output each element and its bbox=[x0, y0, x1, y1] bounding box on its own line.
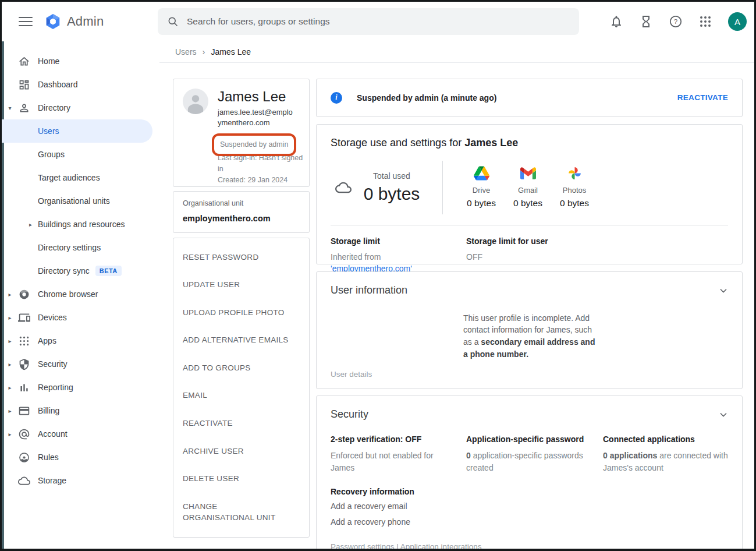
sidebar-item-home[interactable]: Home bbox=[2, 50, 152, 73]
info-icon: i bbox=[331, 92, 342, 104]
sidebar-item-billing[interactable]: ▸ Billing bbox=[2, 399, 152, 422]
sidebar-item-devices[interactable]: ▸ Devices bbox=[2, 306, 152, 329]
recovery-info-heading: Recovery information bbox=[331, 487, 466, 496]
sidebar-item-dashboard[interactable]: Dashboard bbox=[2, 73, 152, 96]
reactivate-button[interactable]: REACTIVATE bbox=[173, 409, 309, 437]
total-used-label: Total used bbox=[352, 171, 432, 181]
gmail-usage: Gmail 0 bytes bbox=[505, 166, 551, 209]
at-sign-icon bbox=[18, 428, 38, 440]
account-avatar[interactable]: A bbox=[728, 12, 747, 31]
storage-card-title: Storage use and settings for James Lee bbox=[331, 137, 728, 149]
security-footer-links: Password settings | Application integrat… bbox=[331, 542, 728, 550]
pending-tasks-hourglass-icon[interactable] bbox=[639, 15, 653, 29]
expand-caret-icon[interactable]: ▸ bbox=[18, 221, 38, 228]
sidebar-item-users[interactable]: Users bbox=[2, 119, 152, 143]
app-specific-password-heading: Application-specific password bbox=[466, 435, 603, 444]
reset-password-button[interactable]: RESET PASSWORD bbox=[173, 243, 309, 271]
user-email: james.lee.test@employmenthero.com bbox=[218, 107, 293, 128]
user-information-card: User information This user profile is in… bbox=[316, 271, 743, 389]
apps-grid-icon[interactable] bbox=[698, 15, 712, 29]
delete-user-button[interactable]: DELETE USER bbox=[173, 465, 309, 493]
sidebar-item-rules[interactable]: Rules bbox=[2, 446, 152, 469]
photos-icon bbox=[567, 166, 583, 181]
change-org-unit-button[interactable]: CHANGE ORGANISATIONAL UNIT bbox=[173, 493, 290, 532]
credit-card-icon bbox=[18, 405, 38, 417]
sidebar-item-directory-sync[interactable]: Directory sync BETA bbox=[2, 259, 152, 282]
brand: Admin bbox=[44, 13, 104, 30]
total-used-value: 0 bytes bbox=[352, 184, 432, 204]
top-bar: Admin ? A bbox=[2, 2, 754, 41]
drive-icon bbox=[474, 166, 489, 181]
expand-caret-icon[interactable]: ▸ bbox=[2, 384, 18, 391]
expand-caret-icon[interactable]: ▸ bbox=[2, 431, 18, 437]
user-avatar bbox=[183, 89, 208, 114]
person-icon bbox=[18, 102, 38, 114]
user-status: Suspended by admin bbox=[220, 140, 288, 149]
sidebar-item-apps[interactable]: ▸ Apps bbox=[2, 329, 152, 352]
sidebar-item-chrome-browser[interactable]: ▸ Chrome browser bbox=[2, 282, 152, 306]
search-icon bbox=[167, 16, 179, 27]
email-button[interactable]: EMAIL bbox=[173, 382, 309, 409]
sidebar-item-directory-settings[interactable]: Directory settings bbox=[2, 236, 152, 259]
admin-console-window: Admin ? A bbox=[0, 0, 756, 551]
storage-limit-heading: Storage limit bbox=[331, 236, 466, 246]
help-icon[interactable]: ? bbox=[669, 15, 683, 29]
expand-caret-icon[interactable]: ▾ bbox=[2, 105, 18, 111]
org-unit-value: employmenthero.com bbox=[183, 214, 300, 223]
twostep-heading: 2-step verification: OFF bbox=[331, 435, 466, 444]
expand-caret-icon[interactable]: ▸ bbox=[2, 361, 18, 368]
profile-incomplete-message: This user profile is incomplete. Add con… bbox=[463, 312, 602, 361]
sidebar-item-security[interactable]: ▸ Security bbox=[2, 352, 152, 376]
reactivate-link[interactable]: REACTIVATE bbox=[677, 93, 728, 102]
security-title: Security bbox=[331, 408, 728, 421]
google-admin-logo-icon bbox=[44, 13, 62, 30]
upload-profile-photo-button[interactable]: UPLOAD PROFILE PHOTO bbox=[173, 299, 309, 327]
devices-icon bbox=[18, 312, 38, 324]
user-created-date: Created: 29 Jan 2024 bbox=[218, 175, 305, 186]
chrome-icon bbox=[18, 288, 38, 301]
update-user-button[interactable]: UPDATE USER bbox=[173, 271, 309, 299]
sidebar-item-account[interactable]: ▸ Rules Account bbox=[2, 422, 152, 446]
cloud-icon bbox=[335, 179, 352, 196]
add-alternative-emails-button[interactable]: ADD ALTERNATIVE EMAILS bbox=[173, 326, 309, 354]
notifications-bell-icon[interactable] bbox=[609, 15, 623, 29]
storage-card: Storage use and settings for James Lee T… bbox=[316, 124, 743, 264]
user-details-link[interactable]: User details bbox=[331, 370, 372, 379]
drive-usage: Drive 0 bytes bbox=[458, 166, 505, 209]
expand-caret-icon[interactable]: ▸ bbox=[2, 408, 18, 414]
home-icon bbox=[18, 55, 38, 68]
add-to-groups-button[interactable]: ADD TO GROUPS bbox=[173, 354, 309, 382]
sidebar-item-buildings-resources[interactable]: ▸ Buildings and resources bbox=[2, 213, 152, 236]
sidebar-item-storage[interactable]: Storage bbox=[2, 469, 152, 492]
archive-user-button[interactable]: ARCHIVE USER bbox=[173, 437, 309, 465]
breadcrumb-users-link[interactable]: Users bbox=[175, 47, 197, 56]
brand-title: Admin bbox=[67, 14, 104, 29]
chevron-down-icon[interactable] bbox=[718, 409, 729, 421]
user-name: James Lee bbox=[218, 89, 293, 105]
add-recovery-email-link[interactable]: Add a recovery email bbox=[331, 501, 466, 513]
user-storage-limit-heading: Storage limit for user bbox=[466, 236, 548, 246]
bar-chart-icon bbox=[18, 382, 38, 394]
chevron-down-icon[interactable] bbox=[718, 285, 729, 296]
password-settings-link[interactable]: Password settings bbox=[331, 542, 395, 550]
expand-caret-icon[interactable]: ▸ bbox=[2, 315, 18, 321]
shield-icon bbox=[18, 358, 38, 370]
apps-icon bbox=[18, 335, 38, 347]
expand-caret-icon[interactable]: ▸ bbox=[2, 338, 18, 344]
chevron-right-icon: › bbox=[203, 47, 205, 56]
search-bar[interactable] bbox=[158, 8, 579, 35]
menu-icon[interactable] bbox=[19, 15, 33, 29]
helm-icon bbox=[18, 451, 38, 464]
sidebar-item-target-audiences[interactable]: Target audiences bbox=[2, 166, 152, 189]
sidebar-item-groups[interactable]: Groups bbox=[2, 143, 152, 166]
application-integrations-link[interactable]: Application integrations bbox=[400, 542, 482, 550]
expand-caret-icon[interactable]: ▸ bbox=[2, 291, 18, 298]
sidebar-item-reporting[interactable]: ▸ Reporting bbox=[2, 376, 152, 399]
breadcrumb: Users › James Lee bbox=[159, 41, 754, 63]
user-actions-card: RESET PASSWORD UPDATE USER UPLOAD PROFIL… bbox=[173, 238, 310, 538]
sidebar-item-directory[interactable]: ▾ Directory bbox=[2, 96, 152, 119]
add-recovery-phone-link[interactable]: Add a recovery phone bbox=[331, 517, 466, 528]
sidebar-item-organisational-units[interactable]: Organisational units bbox=[2, 189, 152, 213]
twostep-status: Enforced but not enabled for James bbox=[331, 450, 441, 474]
search-input[interactable] bbox=[187, 16, 536, 27]
